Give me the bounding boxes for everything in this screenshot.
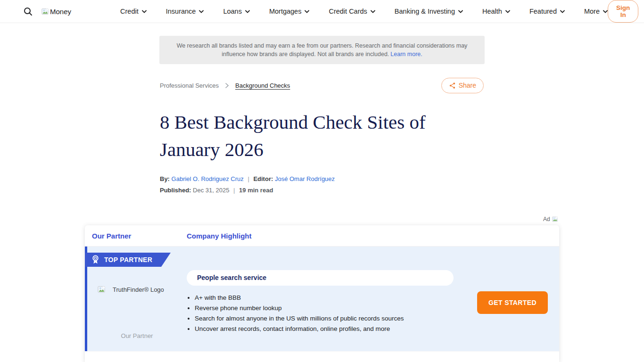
- partner-comparison-table: Our Partner Company Highlight TOP PARTNE…: [85, 225, 559, 362]
- chevron-down-icon: [199, 10, 204, 13]
- nav-label: Credit Cards: [329, 8, 367, 15]
- byline-separator: |: [245, 175, 251, 182]
- nav-item-loans[interactable]: Loans: [223, 8, 250, 15]
- partner-logo[interactable]: TruthFinder® Logo: [97, 285, 164, 294]
- nav-label: Health: [482, 8, 502, 15]
- sign-in-button[interactable]: Sign In: [608, 0, 638, 23]
- nav-label: Insurance: [166, 8, 196, 15]
- truthfinder-logo-broken-image-icon: [97, 285, 106, 294]
- chevron-down-icon: [305, 10, 309, 13]
- byline-separator: |: [231, 187, 237, 194]
- breadcrumb-parent-link[interactable]: Professional Services: [160, 82, 219, 89]
- chevron-down-icon: [142, 10, 147, 13]
- chevron-down-icon: [505, 10, 510, 13]
- nav-item-more[interactable]: More: [584, 8, 608, 15]
- chevron-down-icon: [245, 10, 250, 13]
- top-partner-row: TOP PARTNER TruthFinder® Logo Our Partne…: [85, 247, 559, 351]
- nav-item-credit[interactable]: Credit: [120, 8, 147, 15]
- ad-tag: Ad: [543, 216, 558, 222]
- table-header-row: Our Partner Company Highlight: [85, 225, 559, 247]
- nav-label: More: [584, 8, 600, 15]
- nav-item-mortgages[interactable]: Mortgages: [269, 8, 310, 15]
- partner-logo-alt-text: TruthFinder® Logo: [113, 286, 164, 293]
- disclosure-text: We research all brands listed and may ea…: [177, 42, 468, 58]
- share-button[interactable]: Share: [441, 78, 484, 93]
- editor-label: Editor:: [253, 175, 273, 182]
- search-icon: [24, 7, 33, 16]
- chevron-down-icon: [560, 10, 565, 13]
- breadcrumb-row: Professional Services Background Checks …: [160, 77, 484, 93]
- published-label: Published:: [160, 187, 191, 194]
- nav-label: Featured: [529, 8, 557, 15]
- by-label: By:: [160, 175, 170, 182]
- top-partner-badge-label: TOP PARTNER: [104, 256, 152, 263]
- highlight-item: Reverse phone number lookup: [195, 305, 459, 312]
- breadcrumb: Professional Services Background Checks: [160, 82, 290, 89]
- chevron-right-icon: [225, 83, 229, 88]
- nav-label: Loans: [223, 8, 242, 15]
- nav-label: Banking & Investing: [395, 8, 455, 15]
- main-navigation: Credit Insurance Loans Mortgages Credit …: [120, 8, 608, 15]
- published-date: Dec 31, 2025: [193, 187, 229, 194]
- nav-item-credit-cards[interactable]: Credit Cards: [329, 8, 375, 15]
- author-link[interactable]: Gabriel O. Rodriguez Cruz: [172, 175, 244, 182]
- highlight-item: Search for almost anyone in the US with …: [195, 315, 459, 322]
- chevron-down-icon: [458, 10, 463, 13]
- advertiser-disclosure: We research all brands listed and may ea…: [159, 36, 485, 64]
- company-highlight-list: A+ with the BBB Reverse phone number loo…: [195, 295, 459, 336]
- money-logo[interactable]: Money: [41, 8, 71, 16]
- read-time: 19 min read: [239, 187, 273, 194]
- nav-item-health[interactable]: Health: [482, 8, 510, 15]
- nav-item-banking-investing[interactable]: Banking & Investing: [395, 8, 463, 15]
- highlight-item: A+ with the BBB: [195, 295, 459, 301]
- share-icon: [449, 82, 456, 89]
- get-started-button[interactable]: GET STARTED: [477, 291, 548, 314]
- our-partner-caption: Our Partner: [87, 332, 187, 339]
- top-navigation-bar: Money Credit Insurance Loans Mortgages C…: [0, 0, 644, 23]
- next-table-row-partial: [85, 351, 559, 362]
- page: Money Credit Insurance Loans Mortgages C…: [0, 0, 644, 362]
- author-row: By: Gabriel O. Rodriguez Cruz | Editor: …: [160, 175, 335, 182]
- page-title: 8 Best Background Check Sites of January…: [160, 108, 490, 163]
- highlight-item: Uncover arrest records, contact informat…: [195, 326, 459, 332]
- chevron-down-icon: [603, 10, 608, 13]
- byline: By: Gabriel O. Rodriguez Cruz | Editor: …: [160, 175, 335, 198]
- share-button-label: Share: [459, 82, 476, 89]
- ad-info-broken-image-icon: [552, 216, 558, 222]
- column-header-our-partner: Our Partner: [85, 232, 187, 240]
- nav-item-featured[interactable]: Featured: [529, 8, 565, 15]
- column-header-company-highlight: Company Highlight: [187, 232, 252, 240]
- medal-icon: [92, 255, 99, 264]
- nav-label: Credit: [120, 8, 139, 15]
- breadcrumb-current-link[interactable]: Background Checks: [235, 82, 290, 89]
- nav-label: Mortgages: [269, 8, 302, 15]
- search-button[interactable]: [24, 6, 33, 16]
- chevron-down-icon: [371, 10, 375, 13]
- published-row: Published: Dec 31, 2025 | 19 min read: [160, 187, 335, 194]
- top-partner-badge: TOP PARTNER: [85, 253, 171, 267]
- learn-more-link[interactable]: Learn more.: [390, 51, 422, 58]
- service-category-pill: People search service: [187, 270, 454, 286]
- editor-link[interactable]: José Omar Rodríguez: [275, 175, 335, 182]
- ad-label: Ad: [543, 216, 550, 222]
- nav-item-insurance[interactable]: Insurance: [166, 8, 204, 15]
- broken-image-icon: [41, 8, 49, 16]
- money-logo-alt-text: Money: [50, 8, 71, 16]
